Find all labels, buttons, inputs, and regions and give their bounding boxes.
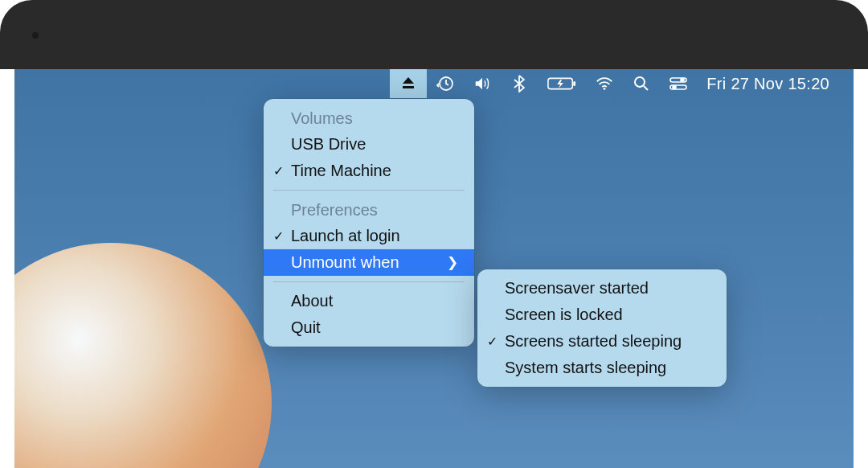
datetime-text: Fri 27 Nov 15:20 [706,75,829,93]
menu-item-label: System starts sleeping [505,359,666,377]
svg-point-4 [635,77,645,87]
menu-item-label: Screen is locked [505,306,623,324]
battery-charging-icon [547,75,576,92]
menu-item-label: USB Drive [291,135,366,154]
volume-usb-drive[interactable]: USB Drive [264,131,474,158]
bluetooth-icon [510,75,528,92]
eject-icon [399,75,417,92]
menubar-eject[interactable] [390,69,427,98]
submenu-screensaver-started[interactable]: Screensaver started [477,275,727,302]
svg-point-3 [604,88,606,90]
eject-dropdown-menu: Volumes USB Drive ✓ Time Machine Prefere… [264,99,474,347]
preferences-section-header: Preferences [264,196,474,223]
unmount-when-submenu: Screensaver started Screen is locked ✓ S… [477,269,727,387]
svg-point-6 [681,79,684,82]
menu-item-label: About [291,292,333,310]
volumes-section-header: Volumes [264,105,474,131]
menubar-bluetooth[interactable] [501,69,538,98]
control-center-icon [669,75,687,92]
wifi-icon [596,75,613,92]
menu-item-label: Quit [291,318,321,337]
menubar: Fri 27 Nov 15:20 [14,69,854,98]
menu-about[interactable]: About [264,288,474,314]
checkmark-icon: ✓ [487,334,497,349]
menu-quit[interactable]: Quit [264,314,474,341]
menubar-datetime[interactable]: Fri 27 Nov 15:20 [697,69,839,98]
submenu-screen-locked[interactable]: Screen is locked [477,302,727,328]
camera-dot [32,32,39,39]
pref-unmount-when[interactable]: Unmount when ❯ [264,249,474,276]
menu-separator [273,281,465,282]
menubar-volume[interactable] [464,69,501,98]
menubar-wifi[interactable] [586,69,623,98]
submenu-screens-sleeping[interactable]: ✓ Screens started sleeping [477,328,727,355]
menu-separator [273,190,465,191]
device-frame [0,0,868,69]
menubar-controlcenter[interactable] [660,69,697,98]
checkmark-icon: ✓ [273,163,284,179]
menu-item-label: Unmount when [291,253,399,272]
volume-icon [473,75,491,92]
menubar-spotlight[interactable] [623,69,660,98]
svg-point-8 [673,86,676,89]
search-icon [633,75,650,92]
pref-launch-at-login[interactable]: ✓ Launch at login [264,223,474,249]
submenu-system-sleeping[interactable]: System starts sleeping [477,355,727,381]
menu-item-label: Screens started sleeping [505,332,682,351]
checkmark-icon: ✓ [273,228,284,244]
timemachine-icon [436,75,454,92]
wallpaper [14,243,272,468]
menubar-timemachine[interactable] [427,69,464,98]
chevron-right-icon: ❯ [447,254,458,271]
desktop: Fri 27 Nov 15:20 Volumes USB Drive ✓ Tim… [14,69,854,468]
menubar-battery[interactable] [538,69,586,98]
menu-item-label: Launch at login [291,227,400,245]
volume-time-machine[interactable]: ✓ Time Machine [264,158,474,184]
menu-item-label: Screensaver started [505,279,649,298]
svg-rect-2 [574,81,576,86]
menu-item-label: Time Machine [291,162,391,180]
